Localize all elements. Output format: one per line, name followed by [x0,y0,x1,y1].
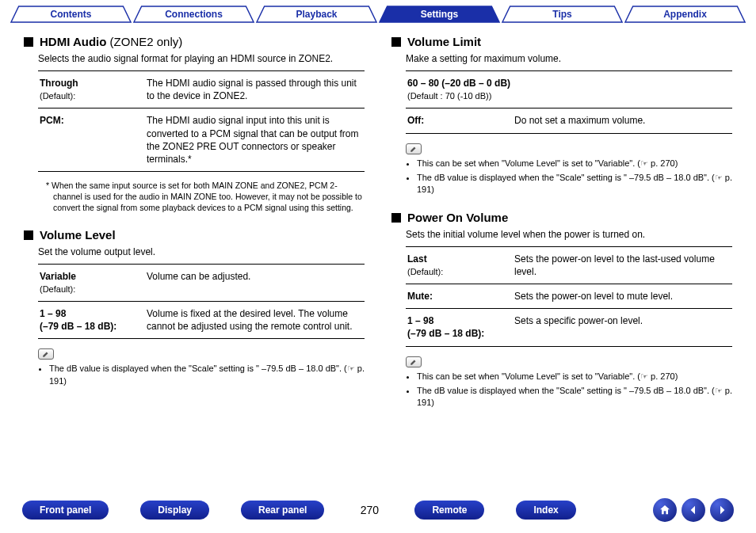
footnote: * When the same input source is set for … [46,180,365,214]
title-light: (ZONE2 only) [110,35,183,48]
option-key: Variable (Default): [38,264,145,301]
settings-table: Last (Default): Sets the power-on level … [406,246,732,347]
note-item: This can be set when "Volume Level" is s… [417,158,732,169]
nav-icon-group [653,498,734,522]
section-title: Volume Limit [391,35,732,48]
tab-label: Settings [421,9,458,20]
tab-tips[interactable]: Tips [501,5,624,24]
remote-button[interactable]: Remote [414,501,484,520]
option-key: 60 – 80 (–20 dB – 0 dB) (Default : 70 (-… [406,71,732,109]
tab-appendix[interactable]: Appendix [624,5,746,24]
page-number: 270 [356,504,383,516]
tab-label: Playback [296,9,337,20]
option-value: Volume is fixed at the desired level. Th… [145,302,365,339]
settings-table: Variable (Default): Volume can be adjust… [38,264,365,340]
prev-page-icon[interactable] [682,498,705,522]
section-title: HDMI Audio (ZONE2 only) [24,35,365,48]
section-title: Power On Volume [391,211,732,224]
front-panel-button[interactable]: Front panel [22,501,109,520]
title-strong: HDMI Audio [40,35,106,48]
section-desc: Set the volume output level. [38,246,365,257]
settings-table: Through (Default): The HDMI audio signal… [38,70,365,172]
note-item: This can be set when "Volume Level" is s… [417,371,732,383]
section-title: Volume Level [24,228,365,242]
section-power-on-volume: Power On Volume Sets the initial volume … [391,211,732,409]
notes-list: This can be set when "Volume Level" is s… [406,158,732,196]
pencil-note-icon [406,143,422,154]
section-hdmi-audio: HDMI Audio (ZONE2 only) Selects the audi… [24,35,365,214]
option-value: The HDMI audio signal input into this un… [145,109,365,172]
title-text: Volume Limit [407,35,481,48]
notes-list: This can be set when "Volume Level" is s… [406,371,732,409]
bullet-square-icon [391,37,401,47]
tab-label: Contents [51,9,92,20]
pencil-note-icon [406,356,422,367]
notes-list: The dB value is displayed when the "Scal… [38,363,365,387]
section-desc: Selects the audio signal format for play… [38,53,365,64]
bullet-square-icon [24,230,33,240]
option-value: Volume can be adjusted. [145,264,365,301]
section-desc: Make a setting for maximum volume. [406,53,732,64]
tab-label: Tips [552,9,571,20]
bottom-nav: Front panel Display Rear panel 270 Remot… [0,498,756,522]
next-page-icon[interactable] [710,498,734,522]
option-key: Mute: [406,284,513,309]
option-value: Sets the power-on level to mute level. [513,284,732,309]
bullet-square-icon [391,213,401,223]
right-column: Volume Limit Make a setting for maximum … [391,35,732,424]
top-tabs: Contents Connections Playback Settings T… [0,0,756,24]
title-text: Power On Volume [407,211,508,224]
settings-table: 60 – 80 (–20 dB – 0 dB) (Default : 70 (-… [406,70,732,134]
page-content: HDMI Audio (ZONE2 only) Selects the audi… [0,24,756,424]
section-desc: Sets the initial volume level when the p… [406,229,732,240]
note-item: The dB value is displayed when the "Scal… [417,172,732,196]
index-button[interactable]: Index [516,501,575,520]
option-key: Last (Default): [406,246,513,284]
option-value: The HDMI audio signal is passed through … [145,71,365,109]
option-key: 1 – 98 (–79 dB – 18 dB): [406,309,513,346]
left-column: HDMI Audio (ZONE2 only) Selects the audi… [24,35,365,424]
pencil-note-icon [38,348,54,360]
option-value: Sets a specific power-on level. [513,309,732,346]
option-key: 1 – 98 (–79 dB – 18 dB): [38,302,145,339]
tab-label: Connections [165,9,223,20]
tab-playback[interactable]: Playback [255,5,378,24]
home-icon[interactable] [653,498,677,522]
note-item: The dB value is displayed when the "Scal… [417,385,732,409]
section-volume-level: Volume Level Set the volume output level… [24,228,365,388]
tab-contents[interactable]: Contents [10,5,132,24]
section-volume-limit: Volume Limit Make a setting for maximum … [391,35,732,196]
tab-connections[interactable]: Connections [132,5,255,24]
tab-settings[interactable]: Settings [378,5,501,24]
tab-label: Appendix [663,9,707,20]
display-button[interactable]: Display [140,501,209,520]
option-key: Off: [406,109,513,133]
option-key: PCM: [38,109,145,172]
option-value: Do not set a maximum volume. [513,109,732,133]
rear-panel-button[interactable]: Rear panel [241,501,324,520]
option-value: Sets the power-on level to the last-used… [513,246,732,284]
option-key: Through (Default): [38,71,145,109]
note-item: The dB value is displayed when the "Scal… [49,363,365,387]
bullet-square-icon [24,37,33,47]
title-text: Volume Level [40,228,116,242]
